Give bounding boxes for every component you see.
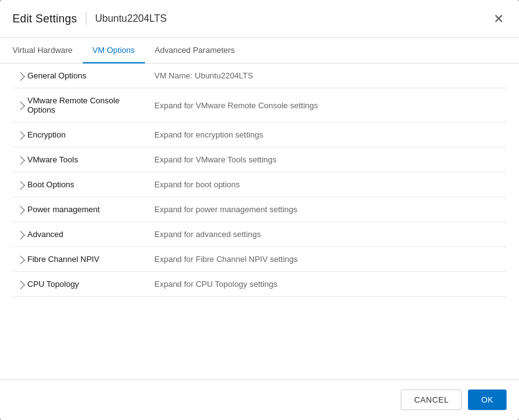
- chevron-icon-vmware-remote-console: [16, 101, 25, 110]
- settings-row-fibre-channel-npiv[interactable]: Fibre Channel NPIVExpand for Fibre Chann…: [12, 247, 507, 272]
- chevron-icon-boot-options: [16, 180, 25, 189]
- chevron-icon-general-options: [16, 72, 25, 80]
- row-description-power-management: Expand for power management settings: [149, 197, 507, 222]
- row-description-general-options: VM Name: Ubuntu2204LTS: [149, 63, 507, 88]
- row-label-advanced: Advanced: [27, 230, 63, 239]
- settings-row-vmware-remote-console[interactable]: VMware Remote Console OptionsExpand for …: [12, 88, 507, 123]
- close-button[interactable]: ✕: [491, 10, 507, 27]
- row-description-vmware-remote-console: Expand for VMware Remote Console setting…: [149, 88, 507, 123]
- ok-button[interactable]: OK: [468, 390, 507, 410]
- modal-body: General OptionsVM Name: Ubuntu2204LTSVMw…: [0, 63, 519, 379]
- row-description-encryption: Expand for encryption settings: [149, 123, 507, 147]
- chevron-icon-power-management: [16, 205, 25, 214]
- chevron-icon-vmware-tools: [16, 156, 25, 164]
- modal-overlay: Edit Settings Ubuntu2204LTS ✕ Virtual Ha…: [0, 0, 519, 420]
- settings-row-power-management[interactable]: Power managementExpand for power managem…: [12, 197, 507, 222]
- row-label-encryption: Encryption: [27, 130, 65, 139]
- row-description-advanced: Expand for advanced settings: [149, 222, 507, 247]
- chevron-icon-cpu-topology: [16, 280, 25, 289]
- settings-row-advanced[interactable]: AdvancedExpand for advanced settings: [12, 222, 507, 247]
- cancel-button[interactable]: CANCEL: [401, 390, 462, 410]
- tab-advanced-parameters[interactable]: Advanced Parameters: [145, 38, 245, 63]
- modal-header: Edit Settings Ubuntu2204LTS ✕: [0, 0, 519, 38]
- modal-footer: CANCEL OK: [0, 379, 519, 420]
- chevron-icon-encryption: [16, 131, 25, 139]
- row-description-fibre-channel-npiv: Expand for Fibre Channel NPIV settings: [149, 247, 507, 272]
- header-separator: [86, 12, 86, 25]
- tab-vm-options[interactable]: VM Options: [83, 38, 145, 63]
- row-description-cpu-topology: Expand for CPU Topology settings: [149, 272, 507, 297]
- row-label-boot-options: Boot Options: [27, 180, 74, 189]
- row-label-fibre-channel-npiv: Fibre Channel NPIV: [27, 254, 100, 264]
- settings-row-vmware-tools[interactable]: VMware ToolsExpand for VMware Tools sett…: [12, 147, 507, 172]
- chevron-icon-fibre-channel-npiv: [16, 255, 25, 264]
- settings-row-cpu-topology[interactable]: CPU TopologyExpand for CPU Topology sett…: [12, 272, 507, 297]
- row-label-general-options: General Options: [27, 71, 86, 80]
- row-label-vmware-remote-console: VMware Remote Console Options: [27, 96, 144, 114]
- settings-row-general-options[interactable]: General OptionsVM Name: Ubuntu2204LTS: [12, 63, 507, 88]
- tab-bar: Virtual Hardware VM Options Advanced Par…: [0, 38, 519, 63]
- row-label-power-management: Power management: [27, 205, 100, 214]
- settings-table: General OptionsVM Name: Ubuntu2204LTSVMw…: [12, 63, 507, 297]
- row-description-boot-options: Expand for boot options: [149, 172, 507, 197]
- settings-row-encryption[interactable]: EncryptionExpand for encryption settings: [12, 123, 507, 147]
- modal-subtitle: Ubuntu2204LTS: [95, 13, 167, 24]
- row-label-vmware-tools: VMware Tools: [27, 155, 78, 164]
- tab-virtual-hardware[interactable]: Virtual Hardware: [12, 38, 83, 63]
- row-label-cpu-topology: CPU Topology: [27, 279, 79, 289]
- row-description-vmware-tools: Expand for VMware Tools settings: [149, 147, 507, 172]
- settings-row-boot-options[interactable]: Boot OptionsExpand for boot options: [12, 172, 507, 197]
- edit-settings-modal: Edit Settings Ubuntu2204LTS ✕ Virtual Ha…: [0, 0, 519, 420]
- chevron-icon-advanced: [16, 230, 25, 239]
- modal-title: Edit Settings: [12, 12, 77, 26]
